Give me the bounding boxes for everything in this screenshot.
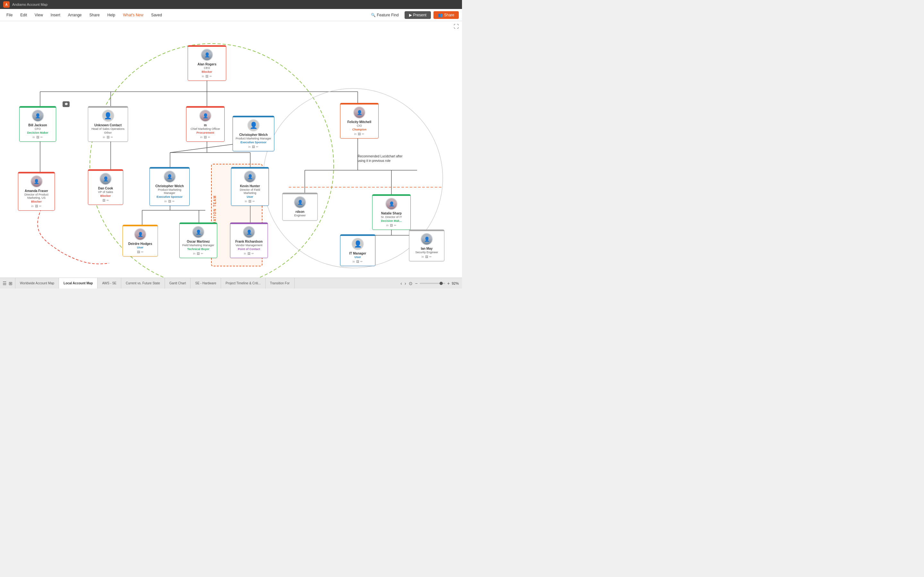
share-button[interactable]: 👥 Share — [433, 11, 459, 19]
edit-icon[interactable]: ✏ — [256, 145, 258, 148]
edit-icon[interactable]: ✏ — [201, 252, 204, 255]
node-icons-christopher-welch-top: in 🖼 ✏ — [236, 145, 271, 148]
present-button[interactable]: ▶ Present — [405, 11, 431, 19]
node-deirdre-hodges[interactable]: 👤 Deirdre Hodges User 🖼 ✏ — [123, 225, 158, 256]
feature-find-button[interactable]: 🔍 Feature Find — [368, 11, 402, 19]
menu-insert[interactable]: Insert — [47, 11, 63, 19]
linkedin-icon[interactable]: in — [32, 135, 35, 139]
image-icon[interactable]: 🖼 — [390, 224, 393, 227]
node-bill-jackson[interactable]: 👤 Bill Jackson CFO Decision Maker in 🖼 ✏ — [19, 106, 56, 142]
linkedin-icon[interactable]: in — [248, 145, 250, 148]
tab-se-hardware[interactable]: SE - Hardware — [191, 278, 221, 288]
image-icon[interactable]: 🖼 — [248, 200, 251, 203]
node-christopher-welch-bottom[interactable]: 👤 Christopher Welch Product Marketing Ma… — [150, 167, 190, 206]
image-icon[interactable]: 🖼 — [356, 260, 359, 263]
edit-icon[interactable]: ✏ — [111, 135, 113, 139]
role-deirdre-hodges: User — [126, 246, 155, 249]
image-icon[interactable]: 🖼 — [197, 252, 200, 255]
edit-icon[interactable]: ✏ — [252, 252, 254, 255]
tab-aws-se[interactable]: AWS - SE — [97, 278, 121, 288]
name-natalie-sharp: Natalie Sharp — [375, 211, 408, 215]
linkedin-icon[interactable]: in — [245, 200, 247, 203]
node-kevin-hunter[interactable]: 👤 Kevin Hunter Director of Field Marketi… — [231, 167, 269, 206]
node-icons-natalie-sharp: in 🖼 ✏ — [375, 224, 408, 227]
linkedin-icon[interactable]: in — [193, 252, 195, 255]
node-ian-may[interactable]: 👤 Ian May Security Engineer in 🖼 ✏ — [409, 229, 444, 261]
edit-icon[interactable]: ✏ — [362, 132, 365, 135]
tab-gantt-chart[interactable]: Gantt Chart — [165, 278, 191, 288]
tab-local-account-map[interactable]: Local Account Map — [59, 278, 97, 288]
canvas[interactable]: EVALUATION TEAM Recommended Lucidchart a… — [0, 21, 462, 277]
grid-view-icon[interactable]: ⊞ — [9, 281, 13, 286]
node-felicity-mitchell[interactable]: 👤 Felicity Mitchell CIO Champion in 🖼 ✏ — [340, 103, 379, 139]
edit-icon[interactable]: ✏ — [360, 260, 363, 263]
image-icon[interactable]: 🖼 — [425, 255, 428, 258]
linkedin-icon[interactable]: in — [244, 252, 246, 255]
edit-icon[interactable]: ✏ — [252, 200, 255, 203]
linkedin-icon[interactable]: in — [352, 260, 355, 263]
image-icon[interactable]: 🖼 — [358, 132, 360, 135]
tab-worldwide-account-map[interactable]: Worldwide Account Map — [15, 278, 59, 288]
avatar-christopher-welch-bottom: 👤 — [164, 171, 176, 183]
tab-transition-for[interactable]: Transition For — [266, 278, 294, 288]
menu-help[interactable]: Help — [104, 11, 119, 19]
image-icon[interactable]: 🖼 — [252, 145, 255, 148]
linkedin-icon[interactable]: in — [164, 200, 166, 203]
edit-icon[interactable]: ✏ — [39, 205, 42, 208]
zoom-slider[interactable] — [420, 283, 445, 284]
node-unknown-contact[interactable]: 👤 Unknown Contact Head of Sales Operatio… — [88, 106, 128, 142]
image-icon[interactable]: 🖼 — [35, 205, 38, 208]
image-icon[interactable]: 🖼 — [137, 250, 140, 253]
menu-share[interactable]: Share — [86, 11, 103, 19]
nav-prev-icon[interactable]: ‹ — [401, 281, 402, 286]
node-cmo[interactable]: 👤 m Chief Marketing Officer Procurement … — [186, 106, 225, 142]
image-icon[interactable]: 🖼 — [204, 135, 207, 139]
node-oscar-martinez[interactable]: 👤 Oscar Martinez Field Marketing Manager… — [179, 222, 217, 258]
history-icon[interactable]: ⊙ — [409, 281, 413, 286]
tab-project-timeline[interactable]: Project Timeline & Criti... — [221, 278, 265, 288]
menu-file[interactable]: File — [3, 11, 16, 19]
nav-next-icon[interactable]: › — [405, 281, 406, 286]
linkedin-icon[interactable]: in — [422, 255, 424, 258]
zoom-in-button[interactable]: + — [447, 281, 450, 286]
edit-icon[interactable]: ✏ — [141, 250, 144, 253]
linkedin-icon[interactable]: in — [386, 224, 389, 227]
image-icon[interactable]: 🖼 — [168, 200, 171, 203]
edit-icon[interactable]: ✏ — [429, 255, 432, 258]
image-icon[interactable]: 🖼 — [102, 199, 105, 202]
menu-view[interactable]: View — [31, 11, 46, 19]
node-christopher-welch-top[interactable]: 👤 Christopher Welch Product Marketing Ma… — [233, 116, 274, 151]
image-icon[interactable]: 🖼 — [205, 75, 208, 78]
tab-current-future-state[interactable]: Current vs. Future State — [121, 278, 165, 288]
node-alan-rogers[interactable]: 👤 Alan Rogers CEO Blocker in 🖼 ✏ — [188, 45, 226, 81]
menu-arrange[interactable]: Arrange — [65, 11, 85, 19]
node-it-manager[interactable]: 👤 IT Manager User in 🖼 ✏ — [340, 234, 375, 266]
linkedin-icon[interactable]: in — [202, 75, 204, 78]
node-amanda-fraser[interactable]: 👤 Amanda Fraser Director of Product Mark… — [18, 172, 55, 211]
linkedin-icon[interactable]: in — [31, 205, 33, 208]
fullscreen-button[interactable]: ⛶ — [454, 24, 459, 29]
menu-whats-new[interactable]: What's New — [120, 11, 147, 19]
edit-icon[interactable]: ✏ — [208, 135, 210, 139]
node-frank-richardson[interactable]: 👤 Frank Richardson Vendor Management Poi… — [230, 222, 268, 258]
edit-icon[interactable]: ✏ — [107, 199, 109, 202]
list-view-icon[interactable]: ☰ — [3, 281, 7, 286]
menu-edit[interactable]: Edit — [17, 11, 30, 19]
node-icons-frank-richardson: in 🖼 ✏ — [233, 252, 265, 255]
linkedin-icon[interactable]: in — [354, 132, 357, 135]
edit-icon[interactable]: ✏ — [210, 75, 212, 78]
image-icon[interactable]: 🖼 — [107, 135, 110, 139]
linkedin-icon[interactable]: in — [200, 135, 202, 139]
edit-icon[interactable]: ✏ — [394, 224, 397, 227]
edit-icon[interactable]: ✏ — [40, 135, 43, 139]
image-icon[interactable]: 🖼 — [247, 252, 250, 255]
image-icon[interactable]: 🖼 — [36, 135, 39, 139]
edit-icon[interactable]: ✏ — [172, 200, 175, 203]
zoom-out-button[interactable]: − — [415, 281, 418, 286]
avatar-felicity-mitchell: 👤 — [353, 106, 365, 119]
node-natalie-sharp[interactable]: 👤 Natalie Sharp Sr. Director of IT Decis… — [372, 194, 411, 230]
linkedin-icon[interactable]: in — [103, 135, 105, 139]
node-dan-cook[interactable]: 👤 Dan Cook VP of Sales Blocker 🖼 ✏ — [88, 169, 123, 205]
node-icons-it-manager: in 🖼 ✏ — [343, 260, 373, 263]
node-rdson[interactable]: 👤 rdson Engineer — [282, 193, 318, 221]
